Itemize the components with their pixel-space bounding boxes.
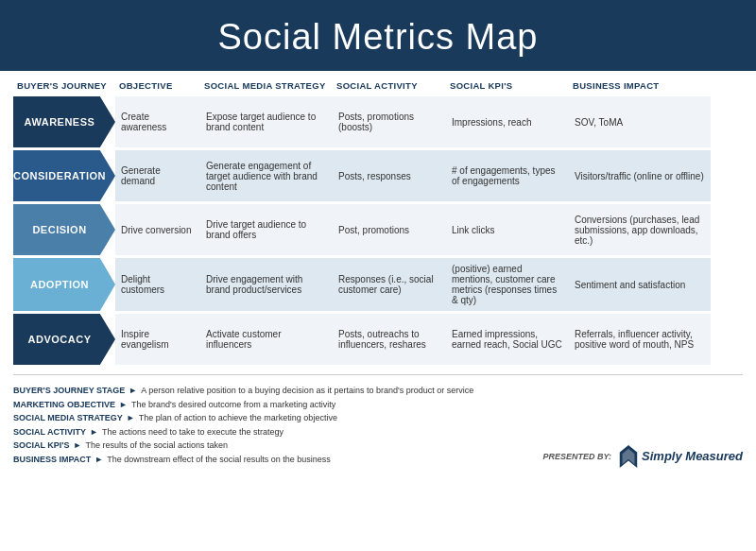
objective-adoption: Delight customers	[115, 258, 200, 311]
legend-arrow: ►	[73, 439, 81, 452]
legend-item: SOCIAL KPI'S►The results of the social a…	[13, 439, 543, 452]
kpi-advocacy: Earned impressions, earned reach, Social…	[446, 314, 569, 365]
legend-arrow: ►	[90, 426, 98, 439]
footer-row: BUYER'S JOURNEY STAGE►A person relative …	[13, 385, 743, 468]
company-logo: Simply Measured	[619, 445, 743, 468]
activity-awareness: Posts, promotions (boosts)	[333, 96, 446, 147]
journey-consideration: CONSIDERATION	[13, 150, 115, 201]
col-header-kpi: SOCIAL KPI'S	[446, 80, 569, 91]
legend-item: MARKETING OBJECTIVE►The brand's desired …	[13, 399, 543, 411]
legend-term: SOCIAL MEDIA STRATEGY	[13, 412, 123, 424]
journey-adoption: ADOPTION	[13, 258, 115, 311]
col-header-journey: BUYER'S JOURNEY	[13, 80, 115, 91]
table-row: ADVOCACY Inspire evangelism Activate cus…	[13, 314, 743, 365]
presented-by-label: PRESENTED BY:	[543, 452, 612, 461]
table-row: CONSIDERATION Generate demand Generate e…	[13, 150, 743, 201]
journey-decision: DECISION	[13, 204, 115, 255]
legend-item: BUSINESS IMPACT►The downstream effect of…	[13, 454, 543, 466]
simplymeasured-icon	[619, 445, 638, 468]
impact-advocacy: Referrals, influencer activity, positive…	[569, 314, 711, 365]
objective-decision: Drive conversion	[115, 204, 200, 255]
objective-awareness: Create awareness	[115, 96, 200, 147]
table-row: ADOPTION Delight customers Drive engagem…	[13, 258, 743, 311]
header: Social Metrics Map	[0, 0, 756, 71]
table-row: AWARENESS Create awareness Expose target…	[13, 96, 743, 147]
legend-arrow: ►	[119, 399, 128, 411]
strategy-advocacy: Activate customer influencers	[200, 314, 333, 365]
impact-decision: Conversions (purchases, lead submissions…	[569, 204, 711, 255]
strategy-consideration: Generate engagement of target audience w…	[200, 150, 333, 201]
main-content: BUYER'S JOURNEY OBJECTIVE SOCIAL MEDIA S…	[0, 71, 756, 475]
kpi-awareness: Impressions, reach	[446, 96, 569, 147]
legend-item: SOCIAL ACTIVITY►The actions need to take…	[13, 426, 543, 439]
col-header-objective: OBJECTIVE	[115, 80, 200, 91]
presented-by: PRESENTED BY: Simply Measured	[543, 445, 743, 468]
legend-item: SOCIAL MEDIA STRATEGY►The plan of action…	[13, 412, 543, 424]
legend-arrow: ►	[127, 412, 135, 424]
legend-term: BUYER'S JOURNEY STAGE	[13, 385, 125, 397]
col-header-activity: SOCIAL ACTIVITY	[333, 80, 446, 91]
col-header-strategy: SOCIAL MEDIA STRATEGY	[200, 80, 333, 91]
legend-definition: The plan of action to achieve the market…	[139, 412, 337, 424]
table-row: DECISION Drive conversion Drive target a…	[13, 204, 743, 255]
objective-advocacy: Inspire evangelism	[115, 314, 200, 365]
legend-term: MARKETING OBJECTIVE	[13, 399, 115, 411]
page-title: Social Metrics Map	[9, 17, 747, 58]
activity-decision: Post, promotions	[333, 204, 446, 255]
kpi-adoption: (positive) earned mentions, customer car…	[446, 258, 569, 311]
activity-consideration: Posts, responses	[333, 150, 446, 201]
legend-definition: The brand's desired outcome from a marke…	[131, 399, 335, 411]
strategy-decision: Drive target audience to brand offers	[200, 204, 333, 255]
rows-container: AWARENESS Create awareness Expose target…	[13, 96, 743, 365]
impact-consideration: Visitors/traffic (online or offline)	[569, 150, 711, 201]
legend-arrow: ►	[94, 454, 103, 466]
activity-advocacy: Posts, outreachs to influencers, reshare…	[333, 314, 446, 365]
journey-advocacy: ADVOCACY	[13, 314, 115, 365]
legend-definition: The results of the social actions taken	[85, 439, 228, 452]
kpi-consideration: # of engagements, types of engagements	[446, 150, 569, 201]
legend: BUYER'S JOURNEY STAGE►A person relative …	[13, 374, 743, 468]
col-header-impact: BUSINESS IMPACT	[569, 80, 711, 91]
company-name: Simply Measured	[642, 449, 743, 463]
column-headers: BUYER'S JOURNEY OBJECTIVE SOCIAL MEDIA S…	[13, 80, 743, 91]
objective-consideration: Generate demand	[115, 150, 200, 201]
legend-term: SOCIAL KPI'S	[13, 439, 69, 452]
impact-adoption: Sentiment and satisfaction	[569, 258, 711, 311]
legend-arrow: ►	[129, 385, 137, 397]
legend-definition: The downstream effect of the social resu…	[107, 454, 330, 466]
legend-definition: The actions need to take to execute the …	[102, 426, 284, 439]
legend-left: BUYER'S JOURNEY STAGE►A person relative …	[13, 385, 543, 468]
journey-awareness: AWARENESS	[13, 96, 115, 147]
kpi-decision: Link clicks	[446, 204, 569, 255]
impact-awareness: SOV, ToMA	[569, 96, 711, 147]
legend-term: SOCIAL ACTIVITY	[13, 426, 86, 439]
strategy-adoption: Drive engagement with brand product/serv…	[200, 258, 333, 311]
legend-item: BUYER'S JOURNEY STAGE►A person relative …	[13, 385, 543, 397]
legend-definition: A person relative position to a buying d…	[141, 385, 473, 397]
page: Social Metrics Map BUYER'S JOURNEY OBJEC…	[0, 0, 756, 475]
strategy-awareness: Expose target audience to brand content	[200, 96, 333, 147]
legend-term: BUSINESS IMPACT	[13, 454, 91, 466]
activity-adoption: Responses (i.e., social customer care)	[333, 258, 446, 311]
